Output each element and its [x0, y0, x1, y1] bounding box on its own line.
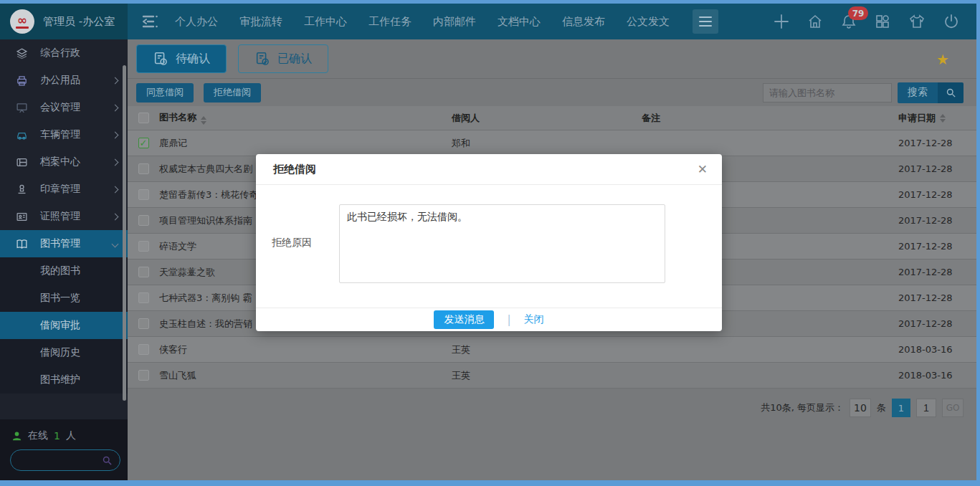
modal-header: 拒绝借阅 ✕	[256, 154, 722, 185]
sidebar-item-meeting-mgmt[interactable]: 会议管理	[0, 94, 128, 121]
app-logo: ∞	[10, 9, 34, 34]
sidebar-search-input[interactable]	[11, 455, 102, 466]
nav-official-dispatch[interactable]: 公文发文	[627, 15, 670, 29]
book-name-search-input[interactable]	[763, 83, 892, 103]
row-checkbox[interactable]	[138, 344, 149, 355]
favorite-star-icon[interactable]: ★	[936, 51, 949, 68]
submenu-book-maintenance[interactable]: 图书维护	[0, 366, 128, 394]
chevron-right-icon	[112, 186, 119, 193]
nav-approval-flow[interactable]: 审批流转	[239, 15, 282, 29]
sidebar-scrollbar[interactable]	[123, 65, 126, 401]
tab-pending-confirm[interactable]: 待确认	[136, 44, 227, 73]
row-checkbox[interactable]	[138, 370, 149, 381]
nav-personal-office[interactable]: 个人办公	[175, 15, 218, 29]
main-nav: 个人办公 审批流转 工作中心 工作任务 内部邮件 文档中心 信息发布 公文发文	[175, 15, 670, 29]
doc-clock-icon	[153, 51, 168, 67]
pagination: 共10条, 每页显示： 10 条 1 GO	[128, 389, 976, 417]
home-icon[interactable]	[807, 13, 824, 30]
notification-badge: 79	[848, 6, 868, 20]
column-header-date[interactable]: 申请日期	[898, 112, 976, 125]
row-checkbox[interactable]	[138, 215, 149, 226]
apps-grid-icon[interactable]	[874, 13, 891, 30]
doc-check-icon	[254, 51, 270, 67]
table-row: 雪山飞狐 王英 2018-03-16	[128, 363, 976, 389]
row-checkbox[interactable]	[138, 267, 149, 277]
nav-work-tasks[interactable]: 工作任务	[368, 15, 411, 29]
sidebar-item-seal-mgmt[interactable]: 印章管理	[0, 176, 128, 203]
tab-confirmed[interactable]: 已确认	[238, 44, 328, 73]
sort-icon[interactable]	[940, 114, 946, 123]
sort-icon[interactable]	[201, 116, 206, 125]
page-jump-input[interactable]	[916, 399, 936, 417]
footer-separator: |	[507, 313, 510, 326]
online-count: 1	[54, 430, 60, 442]
notifications-bell-icon[interactable]: 79	[840, 13, 857, 30]
table-header: 图书名称 借阅人 备注 申请日期	[128, 106, 976, 130]
sidebar-collapse-icon[interactable]	[141, 14, 159, 29]
table-row: ✓ 鹿鼎记 郑和 2017-12-28	[128, 130, 976, 156]
submenu-my-books[interactable]: 我的图书	[0, 257, 128, 285]
column-header-book-name[interactable]: 图书名称	[159, 111, 452, 125]
close-icon[interactable]: ✕	[698, 162, 708, 176]
search-icon	[938, 82, 964, 103]
tabs-row: 待确认 已确认 ★	[128, 39, 976, 79]
nav-internal-mail[interactable]: 内部邮件	[433, 15, 476, 29]
stamp-icon	[16, 184, 29, 196]
sidebar-search-box	[10, 449, 120, 471]
sidebar-bottom-panel: 在线 1 人	[0, 419, 128, 480]
submenu-borrow-approval[interactable]: 借阅审批	[0, 312, 128, 339]
row-checkbox[interactable]	[138, 189, 149, 200]
table-search: 搜索	[763, 82, 964, 103]
logo-block: ∞ 管理员 -办公室	[0, 4, 128, 39]
column-header-borrower: 借阅人	[452, 112, 642, 125]
theme-shirt-icon[interactable]	[908, 13, 926, 30]
select-all-checkbox[interactable]	[138, 113, 149, 123]
sidebar-item-vehicle-mgmt[interactable]: 车辆管理	[0, 121, 128, 148]
search-icon[interactable]	[102, 455, 113, 466]
current-page-button[interactable]: 1	[892, 399, 910, 417]
window-frame-right	[976, 0, 980, 486]
send-message-button[interactable]: 发送消息	[434, 310, 494, 329]
submenu-book-list[interactable]: 图书一览	[0, 285, 128, 312]
page-size-select[interactable]: 10	[850, 399, 871, 417]
nav-document-center[interactable]: 文档中心	[498, 15, 541, 29]
book-mgmt-submenu: 我的图书 图书一览 借阅审批 借阅历史 图书维护	[0, 257, 128, 394]
nav-work-center[interactable]: 工作中心	[304, 15, 347, 29]
row-checkbox[interactable]	[138, 318, 149, 329]
sidebar-item-general-admin[interactable]: 综合行政	[0, 39, 128, 67]
sidebar-item-book-mgmt[interactable]: 图书管理	[0, 230, 128, 257]
reject-reason-textarea[interactable]: 此书已经损坏，无法借阅。	[339, 204, 665, 283]
window-frame-top	[0, 0, 980, 4]
row-checkbox[interactable]	[138, 163, 149, 174]
layers-icon	[16, 47, 29, 59]
chevron-down-icon	[112, 240, 119, 247]
row-checkbox[interactable]	[138, 292, 149, 303]
window-frame-bottom	[0, 480, 980, 486]
reject-reason-label: 拒绝原因	[272, 237, 312, 249]
modal-body: 拒绝原因 此书已经损坏，无法借阅。	[256, 185, 722, 308]
archive-icon	[16, 156, 29, 168]
topbar-icons: 79	[773, 13, 960, 30]
id-card-icon	[16, 211, 29, 223]
page-size-unit: 条	[877, 401, 886, 414]
more-menu-icon[interactable]	[693, 9, 718, 34]
column-header-note: 备注	[642, 112, 898, 125]
nav-info-publish[interactable]: 信息发布	[562, 15, 605, 29]
submenu-borrow-history[interactable]: 借阅历史	[0, 339, 128, 366]
power-logout-icon[interactable]	[943, 13, 960, 30]
printer-icon	[16, 75, 29, 87]
sidebar-item-office-supplies[interactable]: 办公用品	[0, 67, 128, 94]
search-button[interactable]: 搜索	[898, 82, 964, 103]
add-icon[interactable]	[773, 13, 790, 30]
admin-account-label: 管理员 -办公室	[43, 15, 115, 29]
close-link[interactable]: 关闭	[524, 313, 544, 326]
approve-borrow-button[interactable]: 同意借阅	[136, 83, 194, 103]
reject-borrow-button[interactable]: 拒绝借阅	[204, 83, 261, 103]
modal-title: 拒绝借阅	[273, 163, 316, 176]
reject-borrow-modal: 拒绝借阅 ✕ 拒绝原因 此书已经损坏，无法借阅。 发送消息 | 关闭	[256, 154, 722, 331]
sidebar-item-license-mgmt[interactable]: 证照管理	[0, 203, 128, 230]
page-go-button[interactable]: GO	[942, 399, 964, 417]
sidebar-item-archive-center[interactable]: 档案中心	[0, 148, 128, 176]
row-checkbox[interactable]: ✓	[138, 138, 149, 148]
row-checkbox[interactable]	[138, 241, 149, 252]
